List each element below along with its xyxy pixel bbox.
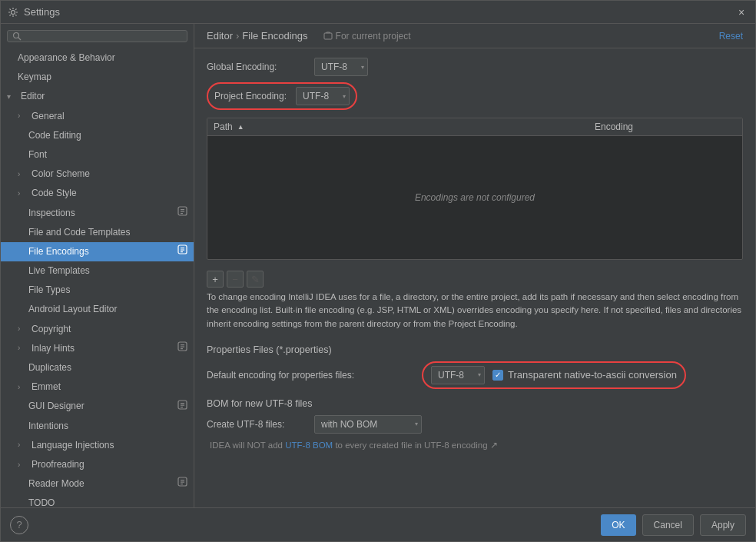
encodings-table: Path ▲ Encoding Encodings are not config…: [207, 118, 743, 260]
arrow-inlay-hints: ›: [18, 342, 28, 354]
for-project-link[interactable]: For current project: [323, 31, 411, 42]
sidebar-item-keymap[interactable]: Keymap: [1, 68, 194, 87]
sidebar-label-file-code-templates: File and Code Templates: [28, 225, 187, 240]
bom-section-title: BOM for new UTF-8 files: [207, 398, 743, 409]
sidebar-item-inlay-hints[interactable]: ›Inlay Hints: [1, 339, 194, 358]
dialog-body: Appearance & BehaviorKeymap▾Editor›Gener…: [1, 24, 755, 507]
sidebar-label-color-scheme: Color Scheme: [32, 167, 187, 181]
global-encoding-row: Global Encoding: UTF-8 ▾: [207, 58, 743, 76]
sidebar-item-general[interactable]: ›General: [1, 107, 194, 126]
bom-note-prefix: IDEA will NOT add: [210, 441, 285, 450]
col-path-header[interactable]: Path ▲: [207, 118, 589, 135]
sidebar-item-editor[interactable]: ▾Editor: [1, 87, 194, 106]
title-bar: Settings ×: [1, 1, 755, 24]
edit-button[interactable]: ✎: [247, 271, 264, 288]
table-body: Encodings are not configured: [207, 136, 742, 259]
sidebar-item-gui-designer[interactable]: GUI Designer: [1, 397, 194, 416]
project-encoding-label: Project Encoding:: [214, 91, 287, 101]
properties-encoding-dropdown[interactable]: UTF-8 ▾: [431, 366, 485, 384]
help-button[interactable]: ?: [10, 516, 28, 534]
svg-rect-8: [181, 248, 184, 248]
sidebar-item-inspections[interactable]: Inspections: [1, 204, 194, 223]
transparent-checkbox-row[interactable]: Transparent native-to-ascii conversion: [492, 369, 677, 381]
sidebar-label-language-injections: Language Injections: [32, 438, 187, 453]
ok-button[interactable]: OK: [601, 514, 635, 536]
sidebar-label-general: General: [32, 109, 187, 124]
bom-section: BOM for new UTF-8 files Create UTF-8 fil…: [207, 398, 743, 451]
cancel-button[interactable]: Cancel: [642, 514, 694, 536]
project-encoding-dropdown[interactable]: UTF-8 ▾: [296, 87, 350, 105]
sidebar-label-proofreading: Proofreading: [32, 457, 187, 472]
bom-link[interactable]: UTF-8 BOM: [285, 441, 333, 450]
arrow-emmet: ›: [18, 381, 28, 394]
sidebar-label-inlay-hints: Inlay Hints: [32, 341, 174, 356]
sidebar-item-emmet[interactable]: ›Emmet: [1, 377, 194, 397]
sidebar-label-code-editing: Code Editing: [28, 128, 187, 143]
col-encoding-header[interactable]: Encoding: [589, 118, 742, 135]
sidebar-item-todo[interactable]: TODO: [1, 494, 194, 507]
sidebar-label-android-layout: Android Layout Editor: [28, 302, 187, 317]
arrow-general: ›: [18, 110, 28, 122]
footer: ? OK Cancel Apply: [1, 507, 755, 541]
default-encoding-label: Default encoding for properties files:: [207, 370, 422, 381]
properties-section-title: Properties Files (*.properties): [207, 344, 743, 355]
sidebar-label-appearance: Appearance & Behavior: [18, 51, 187, 65]
tree-container: Appearance & BehaviorKeymap▾Editor›Gener…: [1, 48, 194, 507]
svg-rect-18: [181, 407, 183, 407]
svg-rect-5: [181, 211, 184, 211]
sidebar-item-duplicates[interactable]: Duplicates: [1, 358, 194, 377]
search-box[interactable]: [7, 30, 187, 42]
remove-button[interactable]: −: [227, 271, 244, 288]
table-header: Path ▲ Encoding: [207, 118, 742, 136]
bom-note: IDEA will NOT add UTF-8 BOM to every cre…: [207, 440, 743, 451]
svg-line-2: [18, 38, 22, 41]
panel-header: Editor › File Encodings For current proj…: [194, 24, 755, 48]
sidebar-item-intentions[interactable]: Intentions: [1, 417, 194, 436]
sidebar-item-file-types[interactable]: File Types: [1, 281, 194, 300]
sidebar-item-file-code-templates[interactable]: File and Code Templates: [1, 223, 194, 242]
sidebar-item-appearance[interactable]: Appearance & Behavior: [1, 48, 194, 68]
create-utf8-dropdown[interactable]: with NO BOM ▾: [314, 415, 422, 434]
sidebar-item-code-style[interactable]: ›Code Style: [1, 184, 194, 203]
breadcrumb-sep: ›: [236, 30, 239, 42]
transparent-checkbox[interactable]: [492, 370, 503, 381]
sidebar-item-android-layout[interactable]: Android Layout Editor: [1, 300, 194, 319]
search-input[interactable]: [25, 31, 182, 42]
footer-buttons: OK Cancel Apply: [601, 514, 746, 536]
arrow-color-scheme: ›: [18, 168, 28, 181]
sidebar-item-language-injections[interactable]: ›Language Injections: [1, 436, 194, 455]
sidebar-item-code-editing[interactable]: Code Editing: [1, 126, 194, 145]
sidebar-label-copyright: Copyright: [32, 322, 187, 337]
sidebar-label-inspections: Inspections: [28, 206, 174, 221]
sidebar-label-duplicates: Duplicates: [28, 361, 187, 375]
apply-button[interactable]: Apply: [700, 514, 746, 536]
info-text: To change encoding IntelliJ IDEA uses fo…: [207, 291, 743, 334]
svg-rect-22: [181, 484, 183, 484]
svg-rect-17: [181, 404, 184, 405]
add-button[interactable]: +: [207, 271, 224, 288]
svg-rect-12: [181, 344, 184, 345]
sidebar-label-intentions: Intentions: [28, 419, 187, 434]
badge-inlay-hints: [177, 341, 187, 356]
sidebar-label-gui-designer: GUI Designer: [28, 399, 174, 414]
sidebar-item-font[interactable]: Font: [1, 145, 194, 165]
global-encoding-dropdown[interactable]: UTF-8 ▾: [314, 58, 368, 76]
sidebar-item-reader-mode[interactable]: Reader Mode: [1, 474, 194, 494]
badge-inspections: [177, 206, 187, 221]
sidebar-item-proofreading[interactable]: ›Proofreading: [1, 455, 194, 474]
badge-reader-mode: [177, 477, 187, 491]
sidebar-item-file-encodings[interactable]: File Encodings: [1, 242, 194, 261]
properties-encoding-row: Default encoding for properties files: U…: [207, 361, 743, 389]
transparent-label: Transparent native-to-ascii conversion: [508, 369, 677, 381]
svg-point-1: [14, 33, 19, 38]
svg-rect-20: [181, 480, 184, 480]
dropdown-arrow-props: ▾: [478, 371, 481, 378]
sidebar-item-live-templates[interactable]: Live Templates: [1, 261, 194, 281]
close-button[interactable]: ×: [734, 5, 749, 20]
sidebar-item-copyright[interactable]: ›Copyright: [1, 320, 194, 339]
sidebar-item-color-scheme[interactable]: ›Color Scheme: [1, 165, 194, 184]
reset-button[interactable]: Reset: [719, 31, 743, 42]
svg-rect-13: [181, 347, 184, 347]
settings-icon: [7, 6, 19, 18]
sidebar-label-keymap: Keymap: [18, 70, 187, 85]
